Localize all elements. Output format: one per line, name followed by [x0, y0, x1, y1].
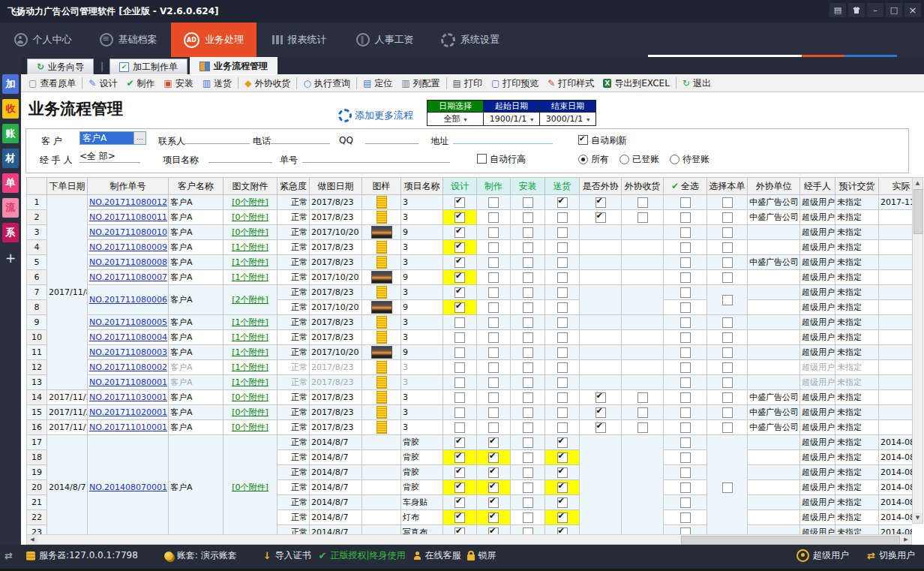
de-checkbox[interactable] — [454, 287, 465, 298]
sample-photo-thumbnail[interactable] — [371, 301, 392, 314]
mk-checkbox[interactable] — [488, 242, 499, 253]
mk-checkbox[interactable] — [488, 497, 499, 508]
dl-checkbox[interactable] — [557, 332, 568, 343]
sord-checkbox[interactable] — [722, 212, 733, 223]
order-link[interactable]: NO.201711080003 — [89, 347, 167, 357]
address-input[interactable] — [453, 131, 553, 144]
dl-checkbox[interactable] — [557, 287, 568, 298]
dl-checkbox[interactable] — [557, 512, 568, 523]
nav-item-reports[interactable]: 报表统计 — [256, 23, 342, 57]
sall-checkbox[interactable] — [680, 437, 691, 448]
col-header-dd[interactable]: 做图日期 — [310, 178, 362, 195]
dl-checkbox[interactable] — [557, 377, 568, 388]
in-checkbox[interactable] — [523, 197, 533, 208]
horizontal-scrollbar[interactable]: ◀ ▶ — [26, 534, 912, 545]
tab-flow[interactable]: 业务流程管理 — [190, 57, 278, 74]
add-more-flow-link[interactable]: 添加更多流程 — [338, 109, 413, 122]
dl-checkbox[interactable] — [557, 482, 568, 493]
hscroll-thumb[interactable] — [681, 536, 900, 545]
in-checkbox[interactable] — [523, 377, 533, 388]
sord-checkbox[interactable] — [722, 257, 733, 268]
sample-photo-thumbnail[interactable] — [371, 226, 392, 239]
col-header-ex[interactable]: 预计交货 — [836, 178, 879, 195]
sidebar-tab-账[interactable]: 账 — [2, 124, 19, 143]
in-checkbox[interactable] — [523, 317, 533, 328]
mk-checkbox[interactable] — [488, 197, 499, 208]
io-checkbox[interactable] — [596, 422, 606, 433]
order-link[interactable]: NO.201711080007 — [89, 272, 167, 282]
de-checkbox[interactable] — [454, 347, 465, 358]
in-checkbox[interactable] — [523, 332, 533, 343]
de-checkbox[interactable] — [454, 512, 465, 523]
toolbar-install[interactable]: ▣安装 — [159, 76, 197, 91]
de-checkbox[interactable] — [454, 362, 465, 373]
de-checkbox[interactable] — [454, 482, 465, 493]
vertical-scrollbar[interactable]: ▲ ▼ — [912, 177, 923, 524]
in-checkbox[interactable] — [523, 407, 533, 418]
in-checkbox[interactable] — [523, 212, 533, 223]
attachment-link[interactable]: [2个附件] — [232, 295, 268, 305]
de-checkbox[interactable] — [454, 437, 465, 448]
dl-checkbox[interactable] — [557, 347, 568, 358]
dl-checkbox[interactable] — [557, 452, 568, 463]
date-value-2[interactable]: 3000/1/1▾ — [540, 113, 596, 126]
sall-checkbox[interactable] — [680, 212, 691, 223]
sample-doc-thumbnail[interactable] — [376, 211, 387, 224]
dl-checkbox[interactable] — [557, 467, 568, 478]
dl-checkbox[interactable] — [557, 242, 568, 253]
col-header-od[interactable]: 下单日期 — [47, 178, 88, 195]
in-checkbox[interactable] — [523, 272, 533, 283]
sall-checkbox[interactable] — [680, 242, 691, 253]
in-checkbox[interactable] — [523, 452, 533, 463]
dl-checkbox[interactable] — [557, 527, 568, 535]
order-link[interactable]: NO.201711080011 — [89, 212, 167, 222]
mk-checkbox[interactable] — [488, 422, 499, 433]
nav-item-settings[interactable]: 系统设置 — [428, 23, 513, 57]
toolbar-print-style[interactable]: ✎打印样式 — [543, 76, 598, 91]
sample-doc-thumbnail[interactable] — [376, 286, 387, 299]
sidebar-tab-单[interactable]: 单 — [2, 173, 19, 193]
sord-checkbox[interactable] — [722, 332, 733, 343]
attachment-link[interactable]: [0个附件] — [232, 212, 268, 222]
sord-checkbox[interactable] — [722, 422, 733, 433]
mk-checkbox[interactable] — [488, 527, 499, 535]
close-button[interactable]: × — [904, 3, 921, 17]
dl-checkbox[interactable] — [557, 407, 568, 418]
attachment-link[interactable]: [1个附件] — [232, 242, 268, 252]
sall-checkbox[interactable] — [680, 392, 691, 403]
radio-待登账[interactable]: 待登账 — [670, 153, 710, 166]
import-cert-button[interactable]: ↓导入证书 — [263, 549, 311, 562]
date-value-0[interactable]: 全部▾ — [428, 113, 484, 126]
dl-checkbox[interactable] — [557, 302, 568, 313]
sidebar-tab-收[interactable]: 收 — [2, 99, 19, 119]
col-header-de[interactable]: 设计 — [443, 178, 477, 195]
nav-item-archives[interactable]: 基础档案 — [86, 23, 171, 57]
orc-checkbox[interactable] — [638, 407, 648, 418]
in-checkbox[interactable] — [523, 497, 533, 508]
mk-checkbox[interactable] — [488, 347, 499, 358]
de-checkbox[interactable] — [454, 332, 465, 343]
sall-checkbox[interactable] — [680, 512, 691, 523]
news-icon[interactable]: ▤ — [830, 3, 846, 17]
switch-user-button[interactable]: ⇄切换用户 — [867, 549, 915, 562]
sidebar-tab-加[interactable]: 加 — [2, 74, 19, 94]
attachment-link[interactable]: [0个附件] — [232, 422, 268, 432]
de-checkbox[interactable] — [454, 227, 465, 238]
tab-worksheet[interactable]: ✔加工制作单 — [110, 59, 188, 74]
col-header-mk[interactable]: 制作 — [477, 178, 511, 195]
sord-checkbox[interactable] — [722, 362, 733, 373]
in-checkbox[interactable] — [523, 527, 533, 535]
scroll-down-icon[interactable]: ▼ — [913, 512, 922, 523]
auto-refresh-checkbox[interactable]: 自动刷新 — [578, 134, 627, 147]
sord-checkbox[interactable] — [722, 392, 733, 403]
sample-photo-thumbnail[interactable] — [371, 346, 392, 359]
add-tab-button[interactable]: + — [2, 249, 19, 267]
in-checkbox[interactable] — [523, 482, 533, 493]
io-checkbox[interactable] — [596, 212, 606, 223]
io-checkbox[interactable] — [596, 407, 606, 418]
sample-doc-thumbnail[interactable] — [376, 196, 387, 209]
toolbar-exit[interactable]: ↻退出 — [678, 76, 716, 91]
de-checkbox[interactable] — [454, 302, 465, 313]
sall-checkbox[interactable] — [680, 467, 691, 478]
order-link[interactable]: NO.201711080005 — [89, 317, 167, 327]
